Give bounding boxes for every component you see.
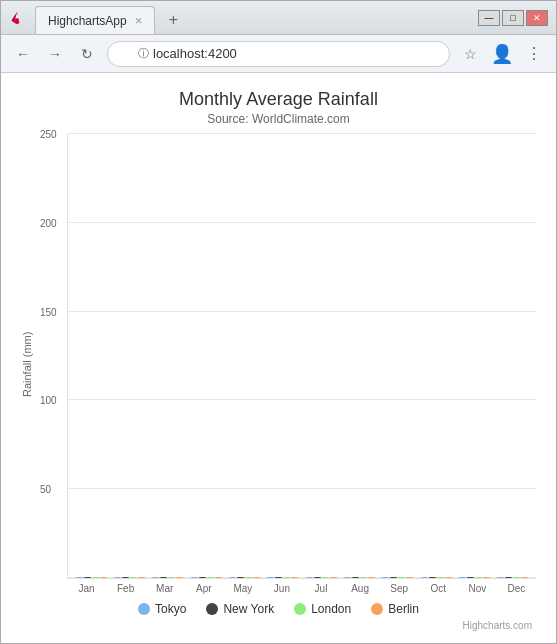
bar-berlin [483,577,490,578]
bar-tokyo [114,577,121,578]
refresh-button[interactable]: ↻ [75,42,99,66]
y-axis-label: Rainfall (mm) [21,134,39,594]
legend-item: Berlin [371,602,419,616]
lock-icon: ⓘ [138,46,149,61]
legend-item: Tokyo [138,602,186,616]
bar-berlin [330,577,337,578]
bar-london [207,577,214,578]
legend-label: London [311,602,351,616]
bar-berlin [138,577,145,578]
month-group [379,577,417,578]
bar-newyork [505,577,512,578]
bar-newyork [429,577,436,578]
legend-color [206,603,218,615]
bar-london [513,577,520,578]
title-bar: HighchartsApp × + — □ ✕ [1,1,556,35]
legend-color [371,603,383,615]
month-group [187,577,225,578]
legend-label: Berlin [388,602,419,616]
chart-inner: 50100150200250 JanFebMarAprMayJunJulAugS… [39,134,536,594]
new-tab-button[interactable]: + [159,6,187,34]
active-tab[interactable]: HighchartsApp × [35,6,155,34]
month-group [110,577,148,578]
bar-tokyo [421,577,428,578]
bar-london [92,577,99,578]
legend-color [138,603,150,615]
bar-tokyo [306,577,313,578]
bar-berlin [253,577,260,578]
bar-newyork [352,577,359,578]
bar-tokyo [191,577,198,578]
menu-icon[interactable]: ⋮ [522,42,546,66]
month-group [455,577,493,578]
bar-newyork [275,577,282,578]
tab-title: HighchartsApp [48,14,127,28]
chart-subtitle: Source: WorldClimate.com [21,112,536,126]
x-axis-label: May [223,583,262,594]
month-group [225,577,263,578]
bar-newyork [314,577,321,578]
bar-london [360,577,367,578]
bars-container [68,134,536,578]
bar-berlin [406,577,413,578]
bar-london [398,577,405,578]
profile-icon[interactable]: 👤 [490,42,514,66]
highcharts-credit: Highcharts.com [21,620,536,633]
address-bar: ← → ↻ ⓘ localhost:4200 ☆ 👤 ⋮ [1,35,556,73]
chart-container: Monthly Average Rainfall Source: WorldCl… [1,73,556,643]
bar-newyork [199,577,206,578]
y-tick-label: 100 [40,395,57,406]
maximize-button[interactable]: □ [502,10,524,26]
bar-tokyo [497,577,504,578]
window-controls: — □ ✕ [478,10,548,26]
month-group [494,577,532,578]
bar-tokyo [267,577,274,578]
bar-tokyo [382,577,389,578]
legend: TokyoNew YorkLondonBerlin [21,594,536,620]
chart-title: Monthly Average Rainfall [21,89,536,110]
bar-london [437,577,444,578]
bar-berlin [176,577,183,578]
forward-button[interactable]: → [43,42,67,66]
chart-area: Rainfall (mm) 50100150200250 JanFebMarAp… [21,134,536,594]
bar-berlin [445,577,452,578]
month-group [264,577,302,578]
x-axis-label: Aug [341,583,380,594]
close-button[interactable]: ✕ [526,10,548,26]
legend-item: London [294,602,351,616]
angular-icon [9,10,25,26]
bar-newyork [84,577,91,578]
tab-area: HighchartsApp × + [35,1,472,34]
bar-newyork [467,577,474,578]
minimize-button[interactable]: — [478,10,500,26]
x-axis-label: Nov [458,583,497,594]
url-input[interactable]: ⓘ localhost:4200 [107,41,450,67]
x-axis-label: Sep [380,583,419,594]
legend-label: New York [223,602,274,616]
bar-newyork [122,577,129,578]
legend-label: Tokyo [155,602,186,616]
url-text: localhost:4200 [153,46,237,61]
month-group [417,577,455,578]
x-axis-label: Oct [419,583,458,594]
bar-berlin [291,577,298,578]
bar-london [475,577,482,578]
bar-tokyo [76,577,83,578]
y-tick-label: 150 [40,306,57,317]
back-button[interactable]: ← [11,42,35,66]
bar-tokyo [152,577,159,578]
bar-tokyo [229,577,236,578]
bar-london [168,577,175,578]
x-axis-label: Jan [67,583,106,594]
chart-plot: 50100150200250 [67,134,536,579]
y-tick-label: 50 [40,484,51,495]
bar-newyork [390,577,397,578]
bar-berlin [521,577,528,578]
x-axis-label: Feb [106,583,145,594]
bookmark-icon[interactable]: ☆ [458,42,482,66]
x-axis-label: Jul [301,583,340,594]
tab-close-icon[interactable]: × [135,13,143,28]
month-group [149,577,187,578]
bar-berlin [368,577,375,578]
y-tick-label: 250 [40,129,57,140]
